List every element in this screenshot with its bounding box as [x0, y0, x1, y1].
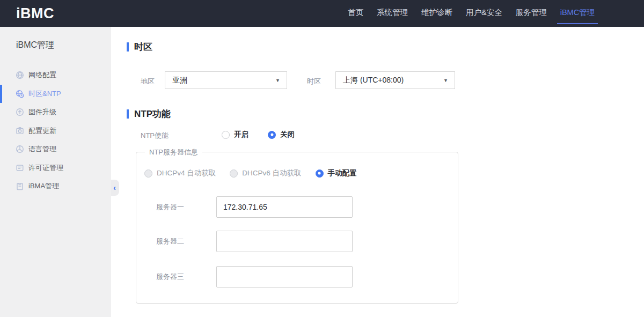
server-one-label: 服务器一 — [156, 196, 216, 218]
top-nav: 首页 系统管理 维护诊断 用户&安全 服务管理 iBMC管理 — [348, 0, 595, 27]
server-two-input[interactable] — [216, 231, 353, 252]
chevron-down-icon: ▼ — [275, 77, 280, 83]
server-one-row: 服务器一 — [156, 196, 353, 218]
chevron-left-icon: ‹ — [113, 184, 116, 191]
timezone-ntp-icon — [16, 90, 24, 98]
network-icon — [16, 71, 24, 79]
sidebar-item-label: 网络配置 — [28, 70, 56, 80]
sidebar-item-label: 时区&NTP — [28, 89, 61, 99]
language-icon — [16, 145, 24, 153]
sidebar-item-label: 固件升级 — [28, 107, 56, 117]
timezone-select-value: 上海 (UTC+08:00) — [343, 72, 404, 89]
ntp-enable-radio-group: 开启 关闭 — [222, 130, 295, 139]
sidebar: iBMC管理 网络配置 时区&NTP 固件升级 — [0, 27, 111, 317]
chevron-down-icon: ▼ — [443, 77, 448, 83]
page: iBMC 首页 系统管理 维护诊断 用户&安全 服务管理 iBMC管理 iBMC… — [0, 0, 644, 317]
sidebar-item-config-update[interactable]: 配置更新 — [0, 122, 111, 141]
radio-label: DHCPv4 自动获取 — [157, 168, 216, 178]
radio-label: DHCPv6 自动获取 — [242, 168, 301, 178]
sidebar-item-network-config[interactable]: 网络配置 — [0, 66, 111, 85]
ibma-icon — [16, 182, 24, 190]
config-update-icon — [16, 127, 24, 135]
server-two-row: 服务器二 — [156, 231, 353, 252]
sidebar-item-language-management[interactable]: 语言管理 — [0, 140, 111, 159]
sidebar-title: iBMC管理 — [16, 40, 54, 51]
ntp-server-info-groupbox: NTP服务器信息 DHCPv4 自动获取 DHCPv6 自动获取 手动配置 服务… — [136, 152, 458, 304]
server-three-input[interactable] — [216, 266, 353, 287]
sidebar-item-license-management[interactable]: 许可证管理 — [0, 159, 111, 178]
ntp-enable-on-radio[interactable]: 开启 — [222, 130, 248, 139]
radio-unselected-icon — [222, 131, 230, 139]
sidebar-item-ibma-management[interactable]: iBMA管理 — [0, 177, 111, 196]
nav-service-management[interactable]: 服务管理 — [516, 0, 547, 27]
sidebar-item-label: iBMA管理 — [28, 181, 59, 191]
sidebar-item-label: 语言管理 — [28, 144, 56, 154]
server-one-input[interactable] — [216, 196, 353, 218]
timezone-section-title: 时区 — [134, 41, 152, 53]
sidebar-collapse-button[interactable]: ‹ — [111, 180, 119, 196]
server-three-row: 服务器三 — [156, 266, 353, 287]
license-icon — [16, 164, 24, 172]
ntp-server-info-legend: NTP服务器信息 — [145, 148, 202, 157]
server-two-label: 服务器二 — [156, 231, 216, 252]
nav-maintenance-diagnostics[interactable]: 维护诊断 — [421, 0, 452, 27]
dhcpv4-auto-radio[interactable]: DHCPv4 自动获取 — [144, 168, 216, 178]
nav-home[interactable]: 首页 — [348, 0, 363, 27]
sidebar-menu: 网络配置 时区&NTP 固件升级 配置更新 — [0, 66, 111, 196]
server-three-label: 服务器三 — [156, 266, 216, 287]
manual-config-radio[interactable]: 手动配置 — [316, 168, 357, 178]
timezone-section-bar — [127, 42, 129, 51]
radio-selected-icon — [268, 131, 276, 139]
top-bar: iBMC 首页 系统管理 维护诊断 用户&安全 服务管理 iBMC管理 — [0, 0, 644, 27]
region-select-value: 亚洲 — [172, 72, 187, 89]
radio-selected-icon — [316, 169, 324, 178]
firmware-upgrade-icon — [16, 108, 24, 116]
sidebar-item-label: 配置更新 — [28, 126, 56, 136]
dhcpv6-auto-radio[interactable]: DHCPv6 自动获取 — [230, 168, 301, 178]
ntp-section-title: NTP功能 — [134, 108, 171, 120]
nav-system-management[interactable]: 系统管理 — [377, 0, 408, 27]
sidebar-item-timezone-ntp[interactable]: 时区&NTP — [0, 85, 111, 104]
sidebar-item-firmware-upgrade[interactable]: 固件升级 — [0, 103, 111, 122]
ntp-enable-label: NTP使能 — [141, 131, 169, 141]
ntp-section-bar — [127, 109, 129, 119]
sidebar-item-label: 许可证管理 — [28, 163, 63, 173]
nav-ibmc-management[interactable]: iBMC管理 — [560, 0, 595, 27]
region-label: 地区 — [141, 77, 155, 86]
ntp-server-mode-radio-group: DHCPv4 自动获取 DHCPv6 自动获取 手动配置 — [144, 168, 357, 178]
radio-disabled-icon — [230, 169, 238, 178]
nav-user-security[interactable]: 用户&安全 — [466, 0, 502, 27]
timezone-label: 时区 — [307, 77, 321, 86]
radio-disabled-icon — [144, 169, 152, 178]
region-select[interactable]: 亚洲 ▼ — [165, 71, 287, 89]
radio-label: 关闭 — [280, 130, 295, 139]
radio-label: 手动配置 — [328, 168, 357, 178]
ibmc-logo: iBMC — [16, 0, 54, 27]
ntp-enable-off-radio[interactable]: 关闭 — [268, 130, 295, 139]
timezone-select[interactable]: 上海 (UTC+08:00) ▼ — [335, 71, 455, 89]
radio-label: 开启 — [234, 130, 248, 139]
